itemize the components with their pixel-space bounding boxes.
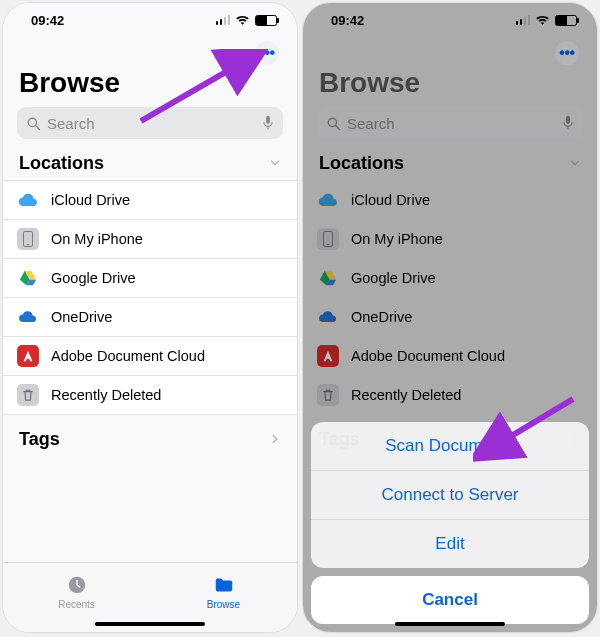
tab-browse[interactable]: Browse xyxy=(150,563,297,620)
chevron-down-icon xyxy=(269,153,281,174)
search-icon xyxy=(26,116,41,131)
location-label: Google Drive xyxy=(51,270,136,286)
page-title: Browse xyxy=(17,67,283,107)
connect-to-server-option[interactable]: Connect to Server xyxy=(311,471,589,520)
chevron-down-icon xyxy=(569,153,581,174)
location-label: On My iPhone xyxy=(51,231,143,247)
cancel-button[interactable]: Cancel xyxy=(311,576,589,624)
trash-icon xyxy=(17,384,39,406)
tab-recents[interactable]: Recents xyxy=(3,563,150,620)
search-field[interactable] xyxy=(317,107,583,139)
svg-rect-11 xyxy=(566,116,570,124)
wifi-icon xyxy=(235,14,250,26)
location-row-iphone[interactable]: On My iPhone xyxy=(3,220,297,259)
screenshot-right: 09:42 ••• Browse Locations xyxy=(302,2,598,633)
location-label: Adobe Document Cloud xyxy=(51,348,205,364)
adobe-icon xyxy=(317,345,339,367)
location-row-gdrive[interactable]: Google Drive xyxy=(3,259,297,298)
locations-list: iCloud Drive On My iPhone Google Drive O… xyxy=(303,180,597,415)
iphone-icon xyxy=(317,228,339,250)
edit-option[interactable]: Edit xyxy=(311,520,589,568)
scan-documents-option[interactable]: Scan Documents xyxy=(311,422,589,471)
location-label: Recently Deleted xyxy=(351,387,461,403)
location-row-deleted[interactable]: Recently Deleted xyxy=(3,376,297,414)
location-row-onedrive[interactable]: OneDrive xyxy=(3,298,297,337)
onedrive-icon xyxy=(317,306,339,328)
search-input[interactable] xyxy=(47,115,256,132)
screenshot-left: 09:42 ••• Browse Locations xyxy=(2,2,298,633)
onedrive-icon xyxy=(17,306,39,328)
location-row-iphone[interactable]: On My iPhone xyxy=(303,220,597,259)
search-icon xyxy=(326,116,341,131)
locations-list: iCloud Drive On My iPhone Google Drive O… xyxy=(3,180,297,415)
status-time: 09:42 xyxy=(31,13,64,28)
adobe-icon xyxy=(17,345,39,367)
page-title: Browse xyxy=(317,67,583,107)
home-indicator[interactable] xyxy=(95,622,205,626)
location-label: iCloud Drive xyxy=(51,192,130,208)
location-row-onedrive[interactable]: OneDrive xyxy=(303,298,597,337)
more-options-button[interactable]: ••• xyxy=(255,41,279,65)
cellular-signal-icon xyxy=(516,15,531,25)
cellular-signal-icon xyxy=(216,15,231,25)
location-row-gdrive[interactable]: Google Drive xyxy=(303,259,597,298)
trash-icon xyxy=(317,384,339,406)
location-row-icloud[interactable]: iCloud Drive xyxy=(3,181,297,220)
location-label: Recently Deleted xyxy=(51,387,161,403)
chevron-right-icon xyxy=(269,429,281,450)
home-indicator[interactable] xyxy=(395,622,505,626)
wifi-icon xyxy=(535,14,550,26)
dictate-icon[interactable] xyxy=(262,115,274,131)
location-row-adobe[interactable]: Adobe Document Cloud xyxy=(303,337,597,376)
locations-header[interactable]: Locations xyxy=(17,139,283,180)
svg-line-10 xyxy=(336,125,340,129)
iphone-icon xyxy=(17,228,39,250)
tags-header[interactable]: Tags xyxy=(17,415,283,456)
location-row-icloud[interactable]: iCloud Drive xyxy=(303,181,597,220)
location-label: iCloud Drive xyxy=(351,192,430,208)
svg-rect-2 xyxy=(266,116,270,124)
svg-point-0 xyxy=(28,118,36,126)
action-sheet: Scan Documents Connect to Server Edit Ca… xyxy=(311,422,589,624)
location-label: Google Drive xyxy=(351,270,436,286)
google-drive-icon xyxy=(17,267,39,289)
locations-header[interactable]: Locations xyxy=(317,139,583,180)
location-label: OneDrive xyxy=(351,309,412,325)
battery-icon xyxy=(255,15,277,26)
location-label: OneDrive xyxy=(51,309,112,325)
search-field[interactable] xyxy=(17,107,283,139)
search-input[interactable] xyxy=(347,115,556,132)
location-row-adobe[interactable]: Adobe Document Cloud xyxy=(3,337,297,376)
battery-icon xyxy=(555,15,577,26)
status-bar: 09:42 xyxy=(303,3,597,37)
location-row-deleted[interactable]: Recently Deleted xyxy=(303,376,597,414)
status-bar: 09:42 xyxy=(3,3,297,37)
svg-point-9 xyxy=(328,118,336,126)
dictate-icon[interactable] xyxy=(562,115,574,131)
status-time: 09:42 xyxy=(331,13,364,28)
more-options-button[interactable]: ••• xyxy=(555,41,579,65)
icloud-icon xyxy=(17,189,39,211)
icloud-icon xyxy=(317,189,339,211)
google-drive-icon xyxy=(317,267,339,289)
location-label: Adobe Document Cloud xyxy=(351,348,505,364)
location-label: On My iPhone xyxy=(351,231,443,247)
svg-line-1 xyxy=(36,125,40,129)
